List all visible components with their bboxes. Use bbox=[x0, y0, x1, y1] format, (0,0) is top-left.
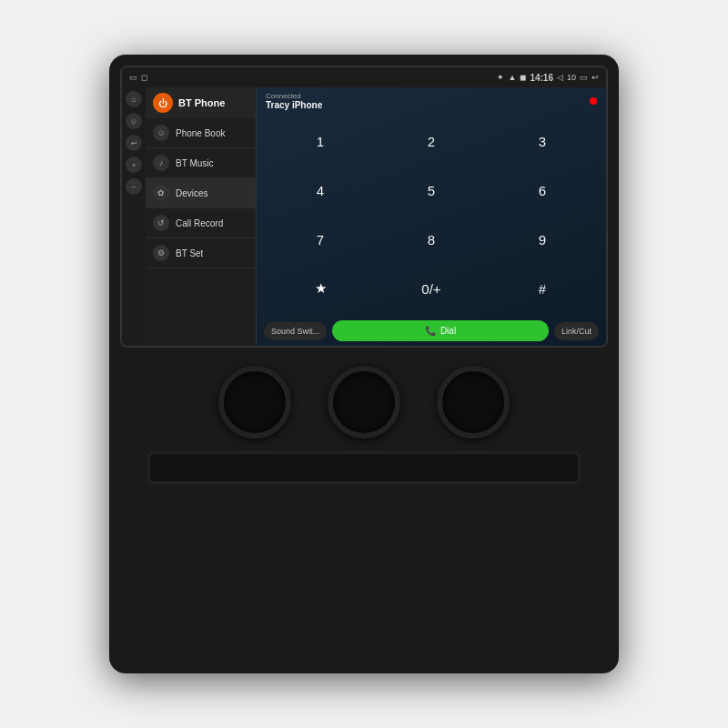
vol-down-icon-btn[interactable]: − bbox=[126, 178, 142, 195]
bt-set-label: BT Set bbox=[176, 248, 203, 258]
dial-key-7[interactable]: 7 bbox=[266, 217, 375, 264]
status-bar: ▭ ◻ ✦ ▲ ◼ 14:16 ◁ 10 ▭ ↩ bbox=[122, 67, 606, 87]
vol-up-icon-btn[interactable]: + bbox=[126, 157, 142, 173]
phone-book-icon: ☺ bbox=[153, 125, 169, 141]
time-display: 14:16 bbox=[530, 73, 553, 83]
connected-info: Connected Tracy iPhone bbox=[266, 92, 322, 110]
sidebar-title: BT Phone bbox=[178, 97, 225, 108]
dial-key-6[interactable]: 6 bbox=[488, 167, 597, 215]
dial-key-2[interactable]: 2 bbox=[377, 118, 486, 166]
wifi-icon: ▲ bbox=[508, 73, 516, 82]
dial-key-1[interactable]: 1 bbox=[266, 118, 375, 166]
sidebar-item-call-record[interactable]: ↺ Call Record bbox=[146, 208, 256, 238]
sidebar-item-bt-set[interactable]: ⚙ BT Set bbox=[146, 238, 256, 268]
battery-label: 10 bbox=[567, 73, 576, 82]
dial-key-star[interactable]: ★ bbox=[266, 265, 375, 312]
connected-label: Connected bbox=[266, 92, 322, 100]
speaker-icon: ◁ bbox=[557, 73, 563, 82]
bt-phone-icon: ⏻ bbox=[153, 93, 173, 113]
bt-music-label: BT Music bbox=[176, 158, 214, 168]
content-area: Connected Tracy iPhone 1 2 3 4 5 6 7 8 9… bbox=[257, 87, 606, 346]
dial-key-3[interactable]: 3 bbox=[488, 118, 597, 166]
dial-key-5[interactable]: 5 bbox=[377, 167, 486, 215]
record-dot bbox=[590, 97, 597, 105]
knobs-row bbox=[218, 366, 510, 439]
dialpad: 1 2 3 4 5 6 7 8 9 ★ 0/+ # bbox=[257, 115, 606, 316]
call-record-icon: ↺ bbox=[153, 215, 169, 231]
battery-icon: ▭ bbox=[580, 73, 588, 82]
bluetooth-icon: ✦ bbox=[497, 73, 504, 82]
person-icon-btn[interactable]: ☺ bbox=[126, 113, 142, 129]
phone-call-icon: 📞 bbox=[425, 326, 436, 336]
main-area: ⌂ ☺ ↩ + − ⏻ BT Phone ☺ Phone Book ♪ BT bbox=[122, 87, 606, 346]
square-icon: ◻ bbox=[141, 73, 147, 82]
home-icon-btn[interactable]: ⌂ bbox=[126, 91, 142, 107]
sidebar-item-devices[interactable]: ✿ Devices bbox=[146, 178, 256, 208]
sidebar-header[interactable]: ⏻ BT Phone bbox=[146, 87, 256, 118]
screen: ▭ ◻ ✦ ▲ ◼ 14:16 ◁ 10 ▭ ↩ ⌂ ☺ ↩ + − bbox=[120, 66, 608, 348]
side-icons: ⌂ ☺ ↩ + − bbox=[122, 87, 146, 346]
knob-right[interactable] bbox=[437, 366, 510, 439]
devices-label: Devices bbox=[176, 188, 208, 198]
call-record-label: Call Record bbox=[176, 218, 223, 228]
dial-key-4[interactable]: 4 bbox=[266, 167, 375, 215]
status-left: ▭ ◻ bbox=[129, 73, 147, 82]
dial-label: Dial bbox=[440, 326, 456, 336]
bt-music-icon: ♪ bbox=[153, 155, 169, 171]
phone-book-label: Phone Book bbox=[176, 128, 226, 138]
sound-switch-button[interactable]: Sound Swit... bbox=[264, 322, 327, 340]
bt-set-icon: ⚙ bbox=[153, 245, 169, 261]
connected-device: Tracy iPhone bbox=[266, 100, 322, 110]
devices-icon: ✿ bbox=[153, 185, 169, 201]
sidebar: ⏻ BT Phone ☺ Phone Book ♪ BT Music ✿ Dev… bbox=[146, 87, 257, 346]
bottom-bar: Sound Swit... 📞 Dial Link/Cut bbox=[257, 316, 606, 346]
knob-center[interactable] bbox=[328, 366, 400, 439]
knob-left[interactable] bbox=[218, 366, 291, 439]
link-cut-button[interactable]: Link/Cut bbox=[554, 322, 599, 340]
sidebar-item-bt-music[interactable]: ♪ BT Music bbox=[146, 148, 256, 178]
status-right: ✦ ▲ ◼ 14:16 ◁ 10 ▭ ↩ bbox=[497, 73, 599, 83]
car-unit: ▭ ◻ ✦ ▲ ◼ 14:16 ◁ 10 ▭ ↩ ⌂ ☺ ↩ + − bbox=[109, 55, 619, 673]
dial-key-9[interactable]: 9 bbox=[488, 217, 597, 264]
dial-key-0[interactable]: 0/+ bbox=[377, 265, 486, 312]
dial-key-8[interactable]: 8 bbox=[377, 217, 486, 264]
window-icon: ▭ bbox=[129, 73, 137, 82]
dial-button[interactable]: 📞 Dial bbox=[332, 320, 549, 341]
content-header: Connected Tracy iPhone bbox=[257, 87, 606, 115]
signal-icon: ◼ bbox=[520, 73, 526, 82]
sidebar-item-phone-book[interactable]: ☺ Phone Book bbox=[146, 118, 256, 148]
back-nav-icon-btn[interactable]: ↩ bbox=[126, 135, 142, 151]
vent-slot bbox=[147, 451, 581, 484]
back-icon[interactable]: ↩ bbox=[592, 73, 599, 82]
dashboard-lower bbox=[120, 348, 608, 673]
dial-key-hash[interactable]: # bbox=[488, 265, 597, 312]
